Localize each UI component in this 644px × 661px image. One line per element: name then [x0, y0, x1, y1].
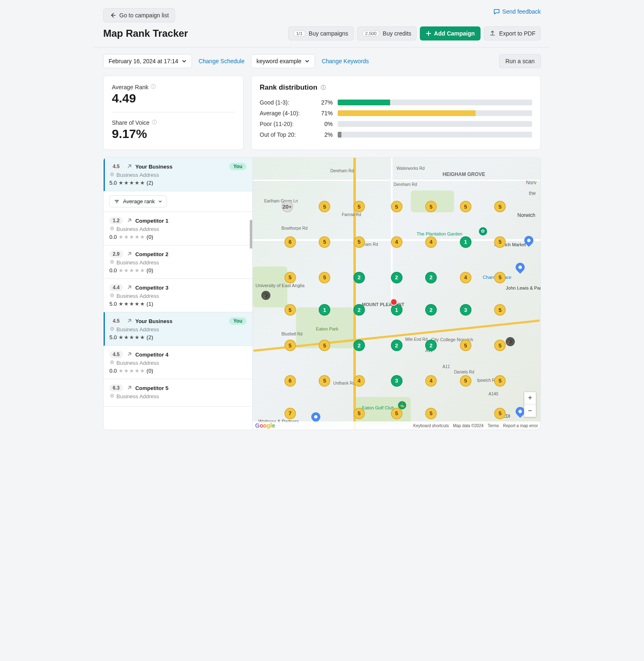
map-label: Eaton Park — [316, 326, 338, 331]
rank-pin[interactable]: 4 — [425, 236, 437, 248]
add-campaign-button[interactable]: Add Campaign — [420, 26, 481, 40]
business-list-item[interactable]: 4.5 Your Business You Business Address 5… — [104, 312, 252, 346]
rank-pin[interactable]: 5 — [319, 272, 330, 283]
business-list-item[interactable]: 4.4 Competitor 3 Business Address 5.0 ★★… — [104, 279, 252, 312]
rank-badge: 4.5 — [109, 351, 123, 358]
rank-pin[interactable]: 5 — [353, 236, 365, 248]
info-icon[interactable]: ⓘ — [321, 84, 326, 91]
star-icon: ★ — [124, 334, 129, 340]
rank-pin[interactable]: 5 — [284, 304, 296, 316]
rank-pin[interactable]: 20+ — [282, 201, 293, 212]
rank-pin[interactable]: 2 — [425, 304, 437, 316]
star-icon: ★ — [140, 267, 145, 273]
rank-pin[interactable]: 5 — [353, 201, 365, 212]
rank-pin[interactable]: 2 — [353, 272, 365, 283]
rank-pin[interactable]: 2 — [425, 340, 437, 351]
export-icon — [489, 30, 496, 37]
buy-campaigns-button[interactable]: 1/1 Buy campaigns — [288, 26, 354, 40]
date-time-selector[interactable]: February 16, 2024 at 17:14 — [103, 54, 192, 68]
rank-pin[interactable]: 5 — [460, 201, 471, 212]
rank-pin[interactable]: 5 — [494, 375, 506, 387]
rank-pin[interactable]: 2 — [391, 340, 402, 351]
rank-pin[interactable]: 5 — [391, 408, 402, 419]
keyword-selector[interactable]: keyword example — [251, 54, 315, 68]
rank-pin[interactable]: 5 — [319, 340, 330, 351]
rank-pin[interactable]: 5 — [319, 201, 330, 212]
external-link-icon[interactable] — [126, 218, 132, 224]
svg-point-9 — [111, 328, 112, 329]
zoom-out-button[interactable]: − — [524, 404, 536, 417]
map-shortcuts[interactable]: Keyboard shortcuts — [413, 423, 449, 428]
buy-credits-button[interactable]: 2,500 Buy credits — [357, 26, 417, 40]
rank-badge: 4.5 — [109, 163, 123, 170]
back-label: Go to campaign list — [119, 12, 169, 19]
chat-icon — [493, 8, 500, 15]
send-feedback-link[interactable]: Send feedback — [493, 8, 541, 15]
change-keywords-link[interactable]: Change Keywords — [322, 58, 369, 64]
zoom-in-button[interactable]: + — [524, 392, 536, 404]
rank-pin[interactable]: 5 — [460, 340, 471, 351]
star-icon: ★ — [135, 368, 140, 374]
rank-pin[interactable]: 5 — [494, 201, 506, 212]
dist-pct: 27% — [318, 99, 333, 106]
external-link-icon[interactable] — [126, 385, 132, 391]
rank-pin[interactable]: 5 — [353, 408, 365, 419]
external-link-icon[interactable] — [126, 251, 132, 257]
business-list-item[interactable]: 4.5 Your Business You Business Address 5… — [104, 158, 252, 191]
rank-pin[interactable]: 5 — [284, 272, 296, 283]
rank-pin[interactable]: 4 — [353, 375, 365, 387]
back-to-campaigns-button[interactable]: Go to campaign list — [103, 8, 175, 22]
business-address: Business Address — [109, 326, 246, 333]
rank-pin[interactable]: 5 — [460, 375, 471, 387]
rank-pin[interactable]: 4 — [425, 375, 437, 387]
rank-pin[interactable]: 1 — [391, 304, 402, 316]
external-link-icon[interactable] — [126, 285, 132, 290]
rank-pin[interactable]: 5 — [425, 408, 437, 419]
rank-pin[interactable]: 1 — [460, 236, 471, 248]
rank-pin[interactable]: 5 — [319, 375, 330, 387]
info-icon[interactable]: ⓘ — [151, 83, 156, 90]
map-panel[interactable]: HEIGHAM GROVENorwichDereham RdWaterworks… — [253, 157, 541, 430]
business-list-item[interactable]: 1.2 Competitor 1 Business Address 0.0 ★★… — [104, 212, 252, 245]
business-list-item[interactable]: 6.3 Competitor 5 Business Address — [104, 379, 252, 407]
rank-pin[interactable]: 5 — [284, 340, 296, 351]
rank-pin[interactable]: 4 — [391, 236, 402, 248]
map-label: the — [529, 190, 536, 196]
rank-pin[interactable]: 2 — [391, 272, 402, 283]
export-pdf-button[interactable]: Export to PDF — [484, 26, 541, 40]
rank-pin[interactable]: 5 — [425, 201, 437, 212]
map-label: Bluebell Rd — [282, 332, 303, 336]
rank-pin[interactable]: 5 — [494, 272, 506, 283]
rank-pin[interactable]: 6 — [284, 236, 296, 248]
rank-pin[interactable]: 3 — [391, 375, 402, 387]
business-list-item[interactable]: 4.5 Competitor 4 Business Address 0.0 ★★… — [104, 346, 252, 379]
rank-pin[interactable]: 5 — [391, 201, 402, 212]
map-error[interactable]: Report a map error — [503, 423, 538, 428]
rank-pin[interactable]: 5 — [494, 304, 506, 316]
rank-pin[interactable]: 5 — [494, 236, 506, 248]
rank-pin[interactable]: 5 — [494, 408, 506, 419]
external-link-icon[interactable] — [126, 352, 132, 357]
business-list-panel[interactable]: 4.5 Your Business You Business Address 5… — [103, 157, 253, 430]
external-link-icon[interactable] — [126, 318, 132, 324]
rank-pin[interactable]: 5 — [319, 236, 330, 248]
rank-pin[interactable]: 2 — [353, 340, 365, 351]
run-scan-button[interactable]: Run a scan — [499, 54, 541, 68]
star-icon: ★ — [124, 368, 129, 374]
rank-pin[interactable]: 5 — [494, 340, 506, 351]
rank-pin[interactable]: 2 — [425, 272, 437, 283]
svg-point-7 — [111, 295, 112, 296]
rank-pin[interactable]: 6 — [284, 375, 296, 387]
info-icon[interactable]: ⓘ — [152, 119, 157, 126]
rank-pin[interactable]: 4 — [460, 272, 471, 283]
rank-pin[interactable]: 7 — [284, 408, 296, 419]
scrollbar-thumb[interactable] — [250, 220, 252, 249]
change-schedule-link[interactable]: Change Schedule — [199, 58, 244, 64]
rank-pin[interactable]: 1 — [319, 304, 330, 316]
rank-pin[interactable]: 2 — [353, 304, 365, 316]
rank-pin[interactable]: 3 — [460, 304, 471, 316]
external-link-icon[interactable] — [126, 164, 132, 169]
business-list-item[interactable]: 2.9 Competitor 2 Business Address 0.0 ★★… — [104, 245, 252, 279]
sort-selector[interactable]: Average rank — [109, 195, 167, 207]
map-terms[interactable]: Terms — [488, 423, 499, 428]
